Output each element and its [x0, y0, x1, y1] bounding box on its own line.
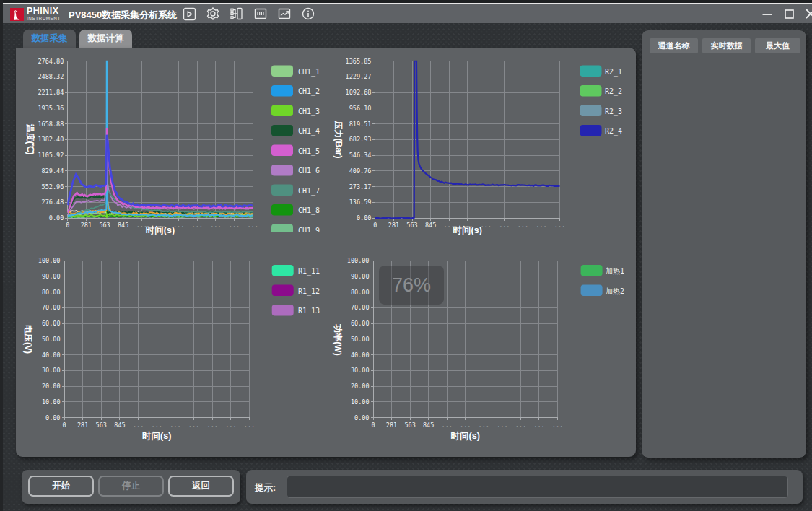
svg-text:552.96: 552.96 — [42, 183, 64, 191]
svg-text:...: ... — [192, 222, 203, 229]
run-icon[interactable] — [182, 6, 196, 21]
max-value-button[interactable]: 最大值 — [755, 38, 800, 53]
svg-text:70.00: 70.00 — [351, 304, 370, 311]
svg-text:...: ... — [247, 222, 258, 229]
svg-text:10.00: 10.00 — [42, 398, 61, 406]
svg-text:819.51: 819.51 — [349, 121, 372, 128]
hint-input[interactable] — [287, 476, 788, 498]
svg-text:563: 563 — [406, 222, 417, 229]
channel-name-button[interactable]: 通道名称 — [650, 38, 698, 53]
svg-text:R2_2: R2_2 — [605, 87, 622, 96]
svg-text:...: ... — [515, 422, 526, 429]
settings-gear-icon[interactable] — [206, 6, 220, 21]
start-button[interactable]: 开始 — [28, 476, 94, 497]
terminal-block-icon[interactable] — [253, 6, 268, 21]
control-button-group: 开始 停止 返回 — [22, 470, 240, 504]
chart-pressure: 0.00136.59273.17409.76546.34682.93819.51… — [328, 48, 636, 244]
svg-text:R1_11: R1_11 — [298, 267, 320, 276]
svg-text:R1_12: R1_12 — [298, 287, 320, 296]
info-icon[interactable] — [301, 6, 315, 21]
svg-text:功率(W): 功率(W) — [333, 323, 343, 355]
svg-text:...: ... — [173, 222, 184, 229]
svg-text:...: ... — [244, 422, 255, 429]
svg-text:60.00: 60.00 — [42, 320, 61, 327]
svg-text:90.00: 90.00 — [351, 273, 370, 280]
svg-text:时间(s): 时间(s) — [453, 225, 482, 235]
svg-text:1382.40: 1382.40 — [38, 136, 64, 143]
svg-text:30.00: 30.00 — [42, 367, 61, 374]
svg-text:546.34: 546.34 — [349, 152, 372, 159]
trend-chart-icon[interactable] — [277, 6, 292, 21]
svg-text:...: ... — [460, 422, 471, 429]
svg-text:...: ... — [536, 222, 546, 229]
svg-text:CH1_1: CH1_1 — [298, 68, 320, 77]
svg-text:CH1_2: CH1_2 — [298, 87, 320, 96]
svg-text:281: 281 — [81, 222, 92, 229]
svg-text:电压(V): 电压(V) — [23, 325, 33, 354]
return-button[interactable]: 返回 — [168, 476, 234, 497]
maximize-button[interactable] — [778, 4, 800, 23]
svg-text:20.00: 20.00 — [351, 383, 370, 390]
svg-text:1229.27: 1229.27 — [346, 73, 372, 80]
tab-label: 数据计算 — [88, 32, 124, 45]
titlebar: PHINIX INSTRUMENT PV8450数据采集分析系统 — [3, 4, 812, 23]
svg-text:563: 563 — [99, 222, 110, 229]
svg-text:281: 281 — [77, 422, 88, 429]
svg-text:...: ... — [207, 422, 218, 429]
svg-text:时间(s): 时间(s) — [451, 431, 480, 441]
tab-data-calculation[interactable]: 数据计算 — [79, 30, 132, 48]
close-button[interactable] — [800, 4, 812, 23]
svg-text:...: ... — [442, 422, 453, 429]
svg-text:...: ... — [497, 422, 507, 429]
stop-button[interactable]: 停止 — [98, 476, 164, 497]
app-window: { "window": { "brand": { "name": "PHINIX… — [0, 0, 812, 511]
svg-text:...: ... — [229, 222, 240, 229]
svg-text:...: ... — [481, 222, 492, 229]
svg-text:563: 563 — [404, 422, 415, 429]
svg-text:20.00: 20.00 — [42, 383, 61, 390]
svg-text:2764.80: 2764.80 — [38, 58, 64, 65]
svg-text:50.00: 50.00 — [351, 336, 370, 343]
svg-text:R2_3: R2_3 — [605, 108, 622, 116]
device-channels-icon[interactable] — [230, 6, 244, 21]
svg-text:2211.84: 2211.84 — [38, 89, 64, 96]
svg-text:CH1_7: CH1_7 — [298, 187, 320, 196]
brand-name: PHINIX — [27, 6, 61, 16]
realtime-data-button[interactable]: 实时数据 — [702, 38, 751, 53]
minimize-button[interactable] — [756, 4, 778, 23]
svg-text:0.00: 0.00 — [357, 214, 371, 222]
chart-temperature: 0.00276.48552.96829.441105.921382.401658… — [17, 48, 328, 244]
window-title: PV8450数据采集分析系统 — [69, 9, 177, 22]
svg-text:加热2: 加热2 — [606, 287, 624, 295]
svg-text:80.00: 80.00 — [351, 289, 370, 296]
phinix-logo — [10, 8, 24, 21]
svg-text:时间(s): 时间(s) — [146, 225, 175, 235]
hint-label: 提示: — [255, 482, 276, 494]
svg-text:0: 0 — [371, 422, 375, 429]
svg-text:50.00: 50.00 — [42, 336, 61, 343]
svg-text:...: ... — [479, 422, 489, 429]
svg-text:30.00: 30.00 — [351, 367, 370, 374]
svg-text:CH1_8: CH1_8 — [298, 206, 320, 215]
svg-text:956.10: 956.10 — [349, 105, 372, 112]
window-controls — [756, 4, 812, 23]
svg-text:1658.88: 1658.88 — [38, 121, 64, 128]
svg-text:R2_4: R2_4 — [605, 127, 622, 136]
svg-text:276.48: 276.48 — [42, 198, 64, 206]
svg-text:845: 845 — [114, 422, 125, 429]
svg-text:409.76: 409.76 — [349, 167, 372, 175]
svg-text:1105.92: 1105.92 — [38, 152, 64, 159]
svg-text:100.00: 100.00 — [347, 257, 370, 264]
svg-text:...: ... — [552, 422, 563, 429]
svg-text:...: ... — [533, 422, 544, 429]
svg-text:...: ... — [554, 222, 565, 229]
svg-text:...: ... — [152, 422, 162, 429]
svg-text:90.00: 90.00 — [42, 273, 61, 280]
svg-text:829.44: 829.44 — [42, 167, 64, 175]
svg-text:CH1_3: CH1_3 — [298, 108, 320, 116]
svg-text:2488.32: 2488.32 — [38, 73, 64, 80]
svg-text:281: 281 — [386, 422, 397, 429]
tab-data-acquisition[interactable]: 数据采集 — [23, 30, 76, 48]
svg-text:CH1_4: CH1_4 — [298, 127, 320, 136]
svg-text:273.17: 273.17 — [349, 183, 372, 191]
